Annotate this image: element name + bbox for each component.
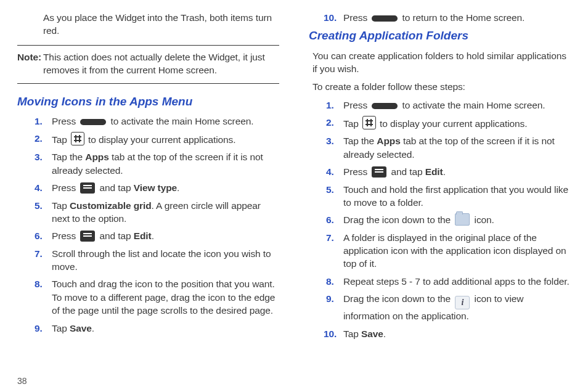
text: Tap [52,323,70,333]
note-label: Note: [17,51,43,77]
folders-intro-1: You can create application folders to ho… [309,49,571,76]
step-6: Press and tap Edit. [35,229,279,242]
r-step-3: Tap the Apps tab at the top of the scree… [326,134,571,161]
step-7: Scroll through the list and locate the i… [35,247,279,274]
note-text: This action does not actually delete the… [43,51,279,77]
page-number: 38 [17,376,27,386]
text: Press [343,12,370,23]
right-column: 10. Press to return to the Home screen. … [309,11,571,386]
text: to activate the main Home screen. [108,116,253,126]
home-key-icon [372,15,398,22]
r-step-2: Tap to display your current applications… [326,116,571,130]
r-step-4: Press and tap Edit. [326,165,571,178]
step-4: Press and tap View type. [35,181,279,194]
r-step-7: A folder is displayed in the original pl… [326,231,571,271]
edit-label: Edit [425,166,443,177]
menu-key-icon [80,182,95,194]
r-step-9: Drag the icon down to the i icon to view… [326,292,571,322]
text: and tap [97,231,133,241]
menu-key-icon [80,231,95,242]
r-step-6: Drag the icon down to the icon. [326,213,571,226]
apps-tab-label: Apps [377,136,400,146]
text: Tap [343,329,361,339]
text: . [152,231,154,241]
text: to display your current applications. [86,134,235,145]
page-root: As you place the Widget into the Trash, … [0,0,588,392]
apps-grid-icon [362,116,376,129]
left-column: As you place the Widget into the Trash, … [17,11,279,386]
step-10-number: 10. [324,11,337,24]
text: Tap the [343,136,377,146]
edit-label: Edit [134,231,152,241]
note-block: Note: This action does not actually dele… [17,45,279,84]
view-type-label: View type [134,182,177,193]
step-1: Press to activate the main Home screen. [35,115,279,128]
r-step-10-number: 10. [324,327,337,340]
text: . [383,329,386,339]
apps-grid-icon [71,132,84,145]
text: to display your current applications. [377,118,527,129]
text: Press [52,231,78,241]
creating-folders-steps: Press to activate the main Home screen. … [309,99,571,323]
text: icon. [472,214,494,225]
trash-paragraph: As you place the Widget into the Trash, … [17,11,279,38]
text: Tap the [52,152,85,162]
heading-creating-folders: Creating Application Folders [309,28,571,44]
text: Drag the icon down to the [343,214,453,225]
save-label: Save [361,329,383,339]
step-2: Tap to display your current applications… [35,132,279,146]
step-8: Touch and drag the icon to the position … [35,277,279,317]
save-label: Save [70,323,92,333]
text: to return to the Home screen. [399,12,525,23]
r-step-1: Press to activate the main Home screen. [326,99,571,112]
heading-moving-icons: Moving Icons in the Apps Menu [17,94,279,110]
text: Drag the icon down to the [343,293,453,304]
text: Tap [343,118,361,129]
text: . [443,166,446,177]
info-icon: i [455,296,470,309]
text: . [177,182,179,193]
folder-icon [455,213,470,226]
step-10-continued: 10. Press to return to the Home screen. [309,11,571,24]
apps-tab-label: Apps [85,152,108,162]
folders-intro-2: To create a folder follow these steps: [309,80,571,93]
home-key-icon [372,103,398,109]
text: Press [52,182,78,193]
menu-key-icon [372,166,386,178]
text: Press [343,100,370,110]
step-9: Tap Save. [35,322,279,335]
step-5: Tap Customizable grid. A green circle wi… [35,199,279,226]
r-step-5: Touch and hold the first application tha… [326,183,571,210]
r-step-10: 10. Tap Save. [309,327,571,340]
home-key-icon [80,119,106,125]
r-step-8: Repeat steps 5 - 7 to add additional app… [326,275,571,288]
moving-icons-steps: Press to activate the main Home screen. … [17,115,279,335]
text: to activate the main Home screen. [399,100,545,110]
text: Tap [52,200,70,211]
text: . [92,323,94,333]
text: and tap [97,182,133,193]
step-3: Tap the Apps tab at the top of the scree… [35,150,279,177]
customizable-grid-label: Customizable grid [70,200,152,211]
text: Press [52,116,78,126]
text: Tap [52,134,70,145]
text: and tap [388,166,425,177]
text: Press [343,166,370,177]
